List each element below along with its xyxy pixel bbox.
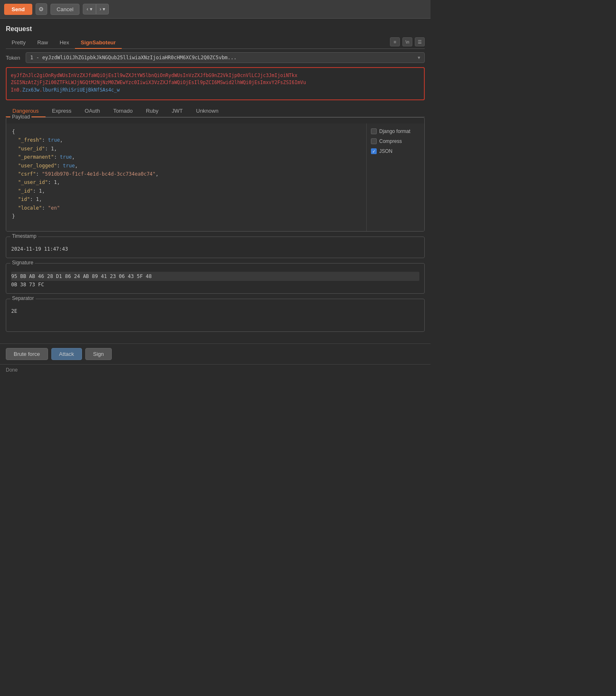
cancel-button[interactable]: Cancel bbox=[51, 4, 79, 15]
algo-tab-jwt[interactable]: JWT bbox=[165, 105, 190, 117]
nav-forward-button[interactable]: › ▾ bbox=[96, 4, 109, 15]
menu-icon[interactable]: ☰ bbox=[415, 37, 425, 46]
algo-tab-ruby[interactable]: Ruby bbox=[139, 105, 165, 117]
payload-line-1: "_fresh": true, bbox=[12, 136, 361, 144]
tab-icons: ≡ \n ☰ bbox=[390, 37, 425, 48]
timestamp-section: Timestamp 2024-11-19 11:47:43 bbox=[6, 237, 425, 258]
payload-options: Django format Compress JSON bbox=[366, 123, 424, 231]
json-label: JSON bbox=[379, 148, 392, 154]
separator-value: 2E bbox=[11, 307, 419, 315]
signed-token-blue1: Zzx63w bbox=[22, 87, 40, 93]
payload-line-9: "locale": "en" bbox=[12, 204, 361, 212]
algo-tab-oauth[interactable]: OAuth bbox=[78, 105, 107, 117]
toolbar: Send ⚙ Cancel ‹ ▾ › ▾ bbox=[0, 0, 431, 19]
payload-line-open: { bbox=[12, 128, 361, 136]
django-format-checkbox[interactable] bbox=[371, 128, 377, 134]
signed-token-text: eyJfZnJlc2giOnRydWUsInVzZXJfaWQiOjEsIl9w… bbox=[11, 72, 306, 93]
nav-group: ‹ ▾ › ▾ bbox=[83, 4, 109, 15]
separator-section: Separator 2E bbox=[6, 299, 425, 332]
nav-back-button[interactable]: ‹ ▾ bbox=[83, 4, 96, 15]
signature-line2: 0B 38 73 FC bbox=[11, 281, 419, 288]
payload-section: Payload { "_fresh": true, "user_id": 1, … bbox=[6, 117, 425, 232]
payload-line-6: "_user_id": 1, bbox=[12, 178, 361, 186]
gear-button[interactable]: ⚙ bbox=[36, 3, 47, 15]
tab-hex[interactable]: Hex bbox=[54, 37, 75, 49]
status-bar: Done bbox=[0, 364, 431, 375]
main-content: Request Pretty Raw Hex SignSaboteur ≡ \n… bbox=[0, 19, 431, 343]
signature-section: Signature 95 BB AB 46 28 D1 86 24 AB 89 … bbox=[6, 263, 425, 294]
algo-tab-tornado[interactable]: Tornado bbox=[106, 105, 139, 117]
separator-legend: Separator bbox=[10, 295, 36, 301]
tab-signsaboteur[interactable]: SignSaboteur bbox=[75, 37, 122, 49]
newline-icon[interactable]: \n bbox=[402, 37, 412, 46]
payload-line-2: "user_id": 1, bbox=[12, 145, 361, 153]
algo-tab-unknown[interactable]: Unknown bbox=[190, 105, 225, 117]
tab-raw[interactable]: Raw bbox=[31, 37, 54, 49]
compress-label: Compress bbox=[379, 138, 402, 144]
token-label: Token bbox=[6, 55, 22, 61]
payload-line-3: "_permanent": true, bbox=[12, 153, 361, 161]
payload-inner: { "_fresh": true, "user_id": 1, "_perman… bbox=[6, 123, 424, 231]
token-input[interactable]: 1 - eyJzdWliOiJhZG1pbkJkNGQub25lliwiaXNz… bbox=[26, 52, 425, 63]
signature-line1: 95 BB AB 46 28 D1 86 24 AB 89 41 23 06 4… bbox=[11, 272, 419, 281]
format-icon[interactable]: ≡ bbox=[390, 37, 400, 46]
signature-legend: Signature bbox=[10, 260, 35, 266]
compress-option[interactable]: Compress bbox=[371, 138, 420, 144]
status-text: Done bbox=[6, 367, 18, 373]
signed-token-blue2: lburRijRhiSriUEjBkNfSAs4c_w bbox=[42, 87, 120, 93]
token-row: Token 1 - eyJzdWliOiJhZG1pbkJkNGQub25lli… bbox=[6, 52, 425, 63]
compress-checkbox[interactable] bbox=[371, 138, 377, 144]
payload-line-5: "csrf": "591db970-f1cf-4e1d-bc4d-3cc734e… bbox=[12, 170, 361, 178]
bottom-bar: Brute force Attack Sign bbox=[0, 343, 431, 364]
timestamp-legend: Timestamp bbox=[10, 233, 38, 239]
django-format-option[interactable]: Django format bbox=[371, 128, 420, 134]
request-title: Request bbox=[6, 25, 425, 33]
signed-token-box[interactable]: eyJfZnJlc2giOnRydWUsInVzZXJfaWQiOjEsIl9w… bbox=[6, 67, 425, 100]
token-value: 1 - eyJzdWliOiJhZG1pbkJkNGQub25lliwiaXNz… bbox=[30, 55, 237, 60]
brute-force-button[interactable]: Brute force bbox=[6, 348, 48, 360]
json-option[interactable]: JSON bbox=[371, 148, 420, 154]
payload-code[interactable]: { "_fresh": true, "user_id": 1, "_perman… bbox=[6, 123, 366, 231]
tab-pretty[interactable]: Pretty bbox=[6, 37, 31, 49]
attack-button[interactable]: Attack bbox=[51, 348, 82, 360]
algo-tab-express[interactable]: Express bbox=[46, 105, 78, 117]
json-checkbox[interactable] bbox=[371, 148, 377, 154]
request-tabs: Pretty Raw Hex SignSaboteur ≡ \n ☰ bbox=[6, 37, 425, 49]
algo-tabs: Dangerous Express OAuth Tornado Ruby JWT… bbox=[6, 105, 425, 117]
timestamp-value: 2024-11-19 11:47:43 bbox=[11, 245, 419, 253]
django-format-label: Django format bbox=[379, 128, 410, 134]
payload-line-8: "id": 1, bbox=[12, 195, 361, 203]
sign-button[interactable]: Sign bbox=[85, 348, 112, 360]
payload-line-4: "user_logged": true, bbox=[12, 162, 361, 170]
token-dropdown-arrow: ▾ bbox=[418, 55, 420, 60]
send-button[interactable]: Send bbox=[4, 4, 32, 15]
payload-line-7: "_id": 1, bbox=[12, 187, 361, 195]
payload-line-close: } bbox=[12, 212, 361, 220]
payload-legend: Payload bbox=[10, 114, 31, 120]
